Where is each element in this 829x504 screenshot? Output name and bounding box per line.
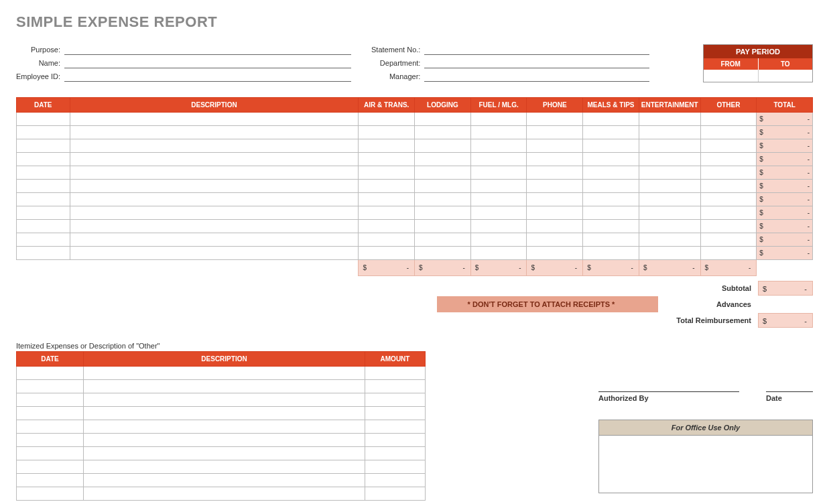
table-cell[interactable] <box>415 166 471 180</box>
table-cell[interactable] <box>415 220 471 233</box>
table-cell[interactable] <box>415 126 471 139</box>
table-cell[interactable] <box>84 434 365 447</box>
table-cell[interactable] <box>17 220 70 233</box>
table-cell[interactable] <box>84 460 365 474</box>
table-cell[interactable] <box>359 233 415 247</box>
table-cell[interactable] <box>470 166 527 180</box>
table-cell[interactable] <box>639 113 700 126</box>
table-cell[interactable] <box>415 153 471 166</box>
table-cell[interactable] <box>17 434 84 447</box>
table-cell[interactable] <box>359 126 415 139</box>
table-cell[interactable] <box>70 206 359 220</box>
table-cell[interactable] <box>359 113 415 126</box>
table-cell[interactable] <box>639 153 700 166</box>
table-cell[interactable] <box>17 367 84 380</box>
table-cell[interactable] <box>365 380 426 393</box>
table-cell[interactable] <box>527 180 583 193</box>
table-cell[interactable] <box>527 153 583 166</box>
table-cell[interactable] <box>639 126 700 139</box>
table-cell[interactable] <box>639 139 700 153</box>
table-cell[interactable] <box>583 193 639 206</box>
table-cell[interactable] <box>470 220 527 233</box>
table-cell[interactable] <box>527 233 583 247</box>
table-cell[interactable] <box>583 113 639 126</box>
table-cell[interactable] <box>583 153 639 166</box>
table-cell[interactable] <box>527 247 583 260</box>
table-cell[interactable] <box>17 153 70 166</box>
table-cell[interactable] <box>583 166 639 180</box>
table-cell[interactable] <box>470 180 527 193</box>
table-cell[interactable] <box>70 247 359 260</box>
table-cell[interactable] <box>527 206 583 220</box>
table-cell[interactable] <box>70 166 359 180</box>
table-cell[interactable] <box>17 393 84 407</box>
table-cell[interactable] <box>470 139 527 153</box>
table-cell[interactable] <box>527 139 583 153</box>
purpose-input[interactable] <box>64 44 351 55</box>
table-cell[interactable] <box>583 247 639 260</box>
table-cell[interactable] <box>415 113 471 126</box>
table-cell[interactable] <box>700 247 757 260</box>
table-cell[interactable] <box>359 153 415 166</box>
table-cell[interactable] <box>17 420 84 434</box>
table-cell[interactable] <box>365 407 426 420</box>
table-cell[interactable] <box>17 407 84 420</box>
name-input[interactable] <box>64 58 351 68</box>
table-cell[interactable] <box>470 193 527 206</box>
table-cell[interactable] <box>583 126 639 139</box>
manager-input[interactable] <box>424 71 649 82</box>
table-cell[interactable] <box>365 434 426 447</box>
table-cell[interactable] <box>527 166 583 180</box>
table-cell[interactable] <box>17 233 70 247</box>
table-cell[interactable] <box>359 220 415 233</box>
table-cell[interactable] <box>365 447 426 460</box>
table-cell[interactable] <box>365 460 426 474</box>
table-cell[interactable] <box>70 113 359 126</box>
table-cell[interactable] <box>583 233 639 247</box>
table-cell[interactable] <box>583 206 639 220</box>
table-cell[interactable] <box>700 233 757 247</box>
table-cell[interactable] <box>700 166 757 180</box>
table-cell[interactable] <box>365 393 426 407</box>
table-cell[interactable] <box>639 247 700 260</box>
table-cell[interactable] <box>527 193 583 206</box>
table-cell[interactable] <box>415 206 471 220</box>
table-cell[interactable] <box>359 180 415 193</box>
table-cell[interactable] <box>470 206 527 220</box>
table-cell[interactable] <box>17 460 84 474</box>
table-cell[interactable] <box>470 113 527 126</box>
table-cell[interactable] <box>84 380 365 393</box>
table-cell[interactable] <box>70 180 359 193</box>
table-cell[interactable] <box>415 139 471 153</box>
table-cell[interactable] <box>17 447 84 460</box>
table-cell[interactable] <box>365 487 426 501</box>
table-cell[interactable] <box>700 153 757 166</box>
table-cell[interactable] <box>639 206 700 220</box>
table-cell[interactable] <box>17 113 70 126</box>
table-cell[interactable] <box>84 393 365 407</box>
table-cell[interactable] <box>700 139 757 153</box>
table-cell[interactable] <box>700 126 757 139</box>
table-cell[interactable] <box>17 474 84 487</box>
table-cell[interactable] <box>17 180 70 193</box>
table-cell[interactable] <box>583 180 639 193</box>
table-cell[interactable] <box>470 247 527 260</box>
table-cell[interactable] <box>359 139 415 153</box>
table-cell[interactable] <box>84 474 365 487</box>
table-cell[interactable] <box>365 474 426 487</box>
table-cell[interactable] <box>17 166 70 180</box>
department-input[interactable] <box>424 58 649 68</box>
table-cell[interactable] <box>639 180 700 193</box>
table-cell[interactable] <box>700 220 757 233</box>
table-cell[interactable] <box>365 367 426 380</box>
table-cell[interactable] <box>84 487 365 501</box>
employee-id-input[interactable] <box>64 71 351 82</box>
table-cell[interactable] <box>527 220 583 233</box>
table-cell[interactable] <box>359 166 415 180</box>
table-cell[interactable] <box>70 126 359 139</box>
table-cell[interactable] <box>415 247 471 260</box>
table-cell[interactable] <box>17 126 70 139</box>
table-cell[interactable] <box>470 153 527 166</box>
table-cell[interactable] <box>639 193 700 206</box>
table-cell[interactable] <box>415 193 471 206</box>
